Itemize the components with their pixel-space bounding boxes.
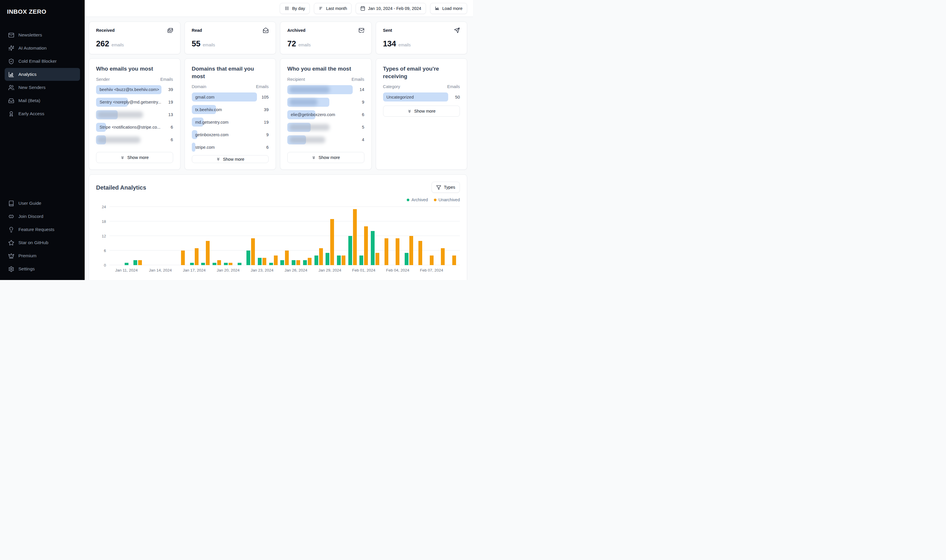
chart-bar-unarchived [409, 236, 413, 265]
bar-chart: 06121824 Jan 11, 2024Jan 14, 2024Jan 17,… [96, 207, 460, 273]
column-header-value: Emails [447, 84, 460, 89]
sidebar-item-cold-email-blocker[interactable]: Cold Email Blocker [5, 55, 80, 68]
stat-value: 55emails [192, 39, 269, 48]
mail-icon [8, 32, 14, 38]
list-item: elie@getinboxzero.com6 [287, 110, 364, 119]
sidebar-item-user-guide[interactable]: User Guide [5, 197, 80, 210]
sidebar-item-newsletters[interactable]: Newsletters [5, 29, 80, 42]
stat-value: 262emails [96, 39, 173, 48]
chart-bar-unarchived [274, 255, 278, 265]
sidebar-item-label: Feature Requests [19, 227, 54, 232]
chart-bar-unarchived [430, 255, 434, 265]
stat-number: 55 [192, 39, 201, 48]
list-item-count: 6 [353, 112, 364, 117]
sidebar-item-label: Premium [19, 253, 37, 258]
sidebar-item-ai-automation[interactable]: AI Automation [5, 42, 80, 55]
list-item: beehiiv <buzz@tx.beehiiv.com>39 [96, 85, 173, 94]
bar-group-feb-06-2024 [415, 207, 426, 265]
bar-group-jan-21-2024 [234, 207, 245, 265]
chart-bar-archived [224, 263, 228, 265]
list-cards-row: Who emails you mostSenderEmailsbeehiiv <… [89, 58, 467, 170]
sidebar-item-settings[interactable]: Settings [5, 263, 80, 275]
users-icon [8, 85, 14, 91]
card-title: Types of email you're receiving [383, 65, 460, 80]
app-logo: INBOX ZERO [0, 5, 85, 15]
date-range-button-label: Jan 10, 2024 - Feb 09, 2024 [368, 6, 421, 11]
list-item: gmail.com105 [192, 92, 269, 102]
stat-number: 72 [287, 39, 296, 48]
value-bar-track: elie@getinboxzero.com [287, 110, 353, 119]
column-headers: DomainEmails [192, 84, 269, 89]
bar-group-jan-12-2024 [132, 207, 144, 265]
card-title: Who emails you most [96, 65, 173, 72]
discord-icon [8, 214, 14, 220]
filter-lines-icon [319, 6, 324, 11]
sidebar-item-mail-beta[interactable]: Mail (Beta) [5, 94, 80, 107]
show-more-button[interactable]: Show more [96, 152, 173, 163]
list-item-count: 13 [162, 112, 173, 117]
by-day-button-label: By day [292, 6, 305, 11]
shield-check-icon [8, 58, 14, 65]
chart-bar-unarchived [251, 238, 255, 265]
show-more-button[interactable]: Show more [192, 155, 269, 163]
list-item-count: 14 [353, 87, 364, 92]
chart-bar-archived [337, 255, 341, 265]
bar-group-jan-26-2024 [290, 207, 302, 265]
sidebar-item-label: Star on GitHub [19, 240, 48, 245]
redacted-text-blur [97, 111, 143, 118]
bar-group-jan-20-2024 [222, 207, 234, 265]
by-day-button[interactable]: By day [280, 3, 310, 14]
column-header-label: Category [383, 84, 400, 89]
chart-bar-unarchived [441, 248, 445, 265]
chart-bar-unarchived [452, 255, 456, 265]
sidebar-item-premium[interactable]: Premium [5, 249, 80, 262]
bar-group-feb-04-2024 [392, 207, 403, 265]
x-axis-slot: Jan 14, 2024 [155, 268, 166, 273]
sidebar-item-early-access[interactable]: Early Access [5, 107, 80, 120]
x-axis-slot: Jan 29, 2024 [324, 268, 335, 273]
chart-bar-unarchived [228, 263, 232, 265]
bar-group-jan-29-2024 [324, 207, 335, 265]
app-window: INBOX ZERO NewslettersAI AutomationCold … [0, 0, 473, 280]
load-more-button[interactable]: Load more [430, 3, 467, 14]
bar-group-feb-05-2024 [403, 207, 415, 265]
list-item-label: tx.beehiiv.com [195, 107, 222, 112]
chart-bar-unarchived [375, 253, 379, 265]
gear-icon [8, 266, 14, 272]
types-filter-button[interactable]: Types [432, 182, 460, 193]
send-icon [454, 28, 460, 33]
value-bar-track: tx.beehiiv.com [192, 105, 257, 114]
x-axis-slot: Jan 11, 2024 [121, 268, 132, 273]
sidebar-item-join-discord[interactable]: Join Discord [5, 210, 80, 223]
list-item-label: Uncategorized [387, 95, 414, 100]
chart-bar-archived [280, 260, 284, 265]
last-month-button[interactable]: Last month [314, 3, 352, 14]
sidebar-item-star-on-github[interactable]: Star on GitHub [5, 236, 80, 249]
column-header-label: Sender [96, 77, 110, 82]
chart-bar-unarchived [285, 251, 289, 265]
sidebar-nav-bottom: User GuideJoin DiscordFeature RequestsSt… [0, 197, 85, 275]
show-more-label: Show more [127, 155, 149, 160]
value-bar-track: stripe.com [192, 143, 257, 152]
list-item: 14 [287, 85, 364, 94]
value-bar-track: Uncategorized [383, 92, 449, 102]
stat-card-sent: Sent134emails [376, 22, 468, 54]
x-axis-slot: Jan 26, 2024 [290, 268, 302, 273]
legend-label: Archived [411, 197, 428, 202]
chart-bar-archived [292, 260, 295, 265]
bar-group-jan-23-2024 [256, 207, 268, 265]
chart-bar-archived [326, 253, 329, 265]
show-more-button[interactable]: Show more [287, 152, 364, 163]
bar-group-jan-15-2024 [166, 207, 177, 265]
list-item: Stripe <notifications@stripe.co...6 [96, 123, 173, 132]
list-item-count: 39 [162, 87, 173, 92]
sidebar-item-new-senders[interactable]: New Senders [5, 81, 80, 94]
show-more-label: Show more [223, 157, 244, 162]
show-more-button[interactable]: Show more [383, 106, 460, 117]
date-range-button[interactable]: Jan 10, 2024 - Feb 09, 2024 [356, 3, 426, 14]
redacted-text-blur [289, 99, 317, 106]
stat-card-header: Archived [287, 28, 364, 33]
sidebar-item-analytics[interactable]: Analytics [5, 68, 80, 81]
list-item: 13 [96, 110, 173, 119]
sidebar-item-feature-requests[interactable]: Feature Requests [5, 223, 80, 236]
